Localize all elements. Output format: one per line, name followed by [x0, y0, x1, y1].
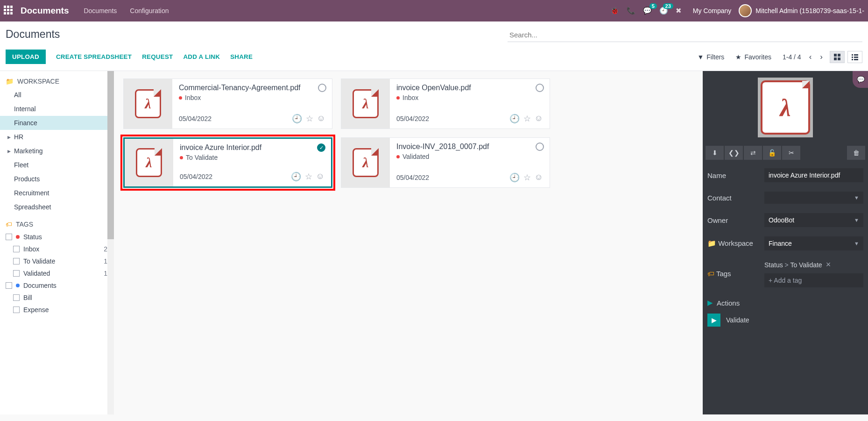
header-row: Documents: [0, 21, 868, 42]
smile-icon[interactable]: ☺: [317, 114, 325, 124]
card-select-toggle[interactable]: [536, 143, 544, 151]
user-name: Mitchell Admin (15180739-saas-15-1-: [755, 7, 864, 14]
company-selector[interactable]: My Company: [693, 7, 731, 14]
clock-icon[interactable]: 🕘: [509, 172, 520, 183]
owner-select[interactable]: OdooBot▼: [764, 213, 863, 227]
detail-toolbar: ⬇ ❮❯ ⇄ 🔓 ✂ 🗑: [703, 142, 868, 164]
tag-item[interactable]: Validated1: [0, 267, 114, 279]
sidebar-workspace-item[interactable]: Spreadsheet: [0, 200, 114, 214]
download-icon[interactable]: ⬇: [706, 146, 724, 160]
smile-icon[interactable]: ☺: [535, 114, 543, 124]
tag-group[interactable]: Documents: [0, 279, 114, 292]
cut-icon[interactable]: ✂: [782, 146, 800, 160]
tag-icon: 🏷: [6, 221, 12, 228]
view-kanban[interactable]: [830, 51, 845, 63]
owner-label: Owner: [707, 216, 760, 224]
clock-icon[interactable]: 🕘: [291, 171, 301, 182]
document-card[interactable]: λ Commercial-Tenancy-Agreement.pdf Inbox…: [123, 78, 332, 129]
sidebar-workspace-item[interactable]: ▸HR: [0, 130, 114, 144]
filters-button[interactable]: ▼Filters: [697, 53, 724, 61]
tag-item[interactable]: To Validate1: [0, 255, 114, 267]
tag-item[interactable]: Bill: [0, 292, 114, 304]
bug-icon[interactable]: 🐞: [610, 7, 619, 15]
card-date: 05/04/2022: [396, 174, 429, 181]
tag-item[interactable]: Expense: [0, 304, 114, 316]
validate-button[interactable]: ▶: [707, 314, 720, 327]
card-select-toggle[interactable]: ✓: [317, 143, 325, 152]
sidebar-workspace-item[interactable]: ▸Marketing: [0, 144, 114, 158]
tag-chip: Status > To Validate: [764, 261, 822, 269]
document-card[interactable]: λ invoice Azure Interior.pdf To Validate…: [123, 137, 332, 188]
page-title: Documents: [6, 28, 60, 41]
smile-icon[interactable]: ☺: [535, 172, 543, 183]
chat-icon[interactable]: 💬: [853, 71, 868, 88]
caret-right-icon: ▶: [707, 299, 713, 307]
view-list[interactable]: [847, 51, 862, 63]
scrollbar[interactable]: [107, 71, 114, 414]
sidebar-workspace-item[interactable]: Finance: [0, 116, 114, 130]
apps-icon[interactable]: [4, 6, 14, 16]
contact-label: Contact: [707, 194, 760, 202]
svg-rect-8: [852, 59, 853, 60]
card-status: Inbox: [396, 94, 543, 101]
card-select-toggle[interactable]: [536, 84, 544, 92]
share-button[interactable]: SHARE: [230, 53, 253, 60]
tag-group[interactable]: Status: [0, 231, 114, 243]
actions-heading: ▶ Actions: [703, 292, 868, 310]
replace-icon[interactable]: ⇄: [744, 146, 762, 160]
sidebar-workspace-item[interactable]: Fleet: [0, 158, 114, 172]
card-title: invoice Azure Interior.pdf: [180, 143, 325, 152]
document-card[interactable]: λ Invoice-INV_2018_0007.pdf Validated 05…: [341, 137, 550, 188]
card-date: 05/04/2022: [179, 115, 212, 122]
sidebar-workspace-item[interactable]: All: [0, 88, 114, 102]
funnel-icon: ▼: [697, 53, 704, 61]
star-icon[interactable]: ☆: [523, 114, 531, 124]
upload-button[interactable]: UPLOAD: [6, 50, 46, 64]
contact-select[interactable]: ▼: [764, 192, 863, 204]
star-icon[interactable]: ☆: [523, 172, 531, 183]
document-card[interactable]: λ invoice OpenValue.pdf Inbox 05/04/2022…: [341, 78, 550, 129]
svg-rect-3: [838, 57, 840, 60]
clock-icon[interactable]: 🕘: [292, 114, 302, 124]
sidebar-workspace-item[interactable]: Internal: [0, 102, 114, 116]
name-input[interactable]: invoice Azure Interior.pdf: [764, 168, 863, 182]
svg-rect-1: [838, 54, 840, 57]
share-icon[interactable]: ❮❯: [725, 146, 743, 160]
phone-icon[interactable]: 📞: [627, 7, 635, 15]
detail-panel: 💬 λ ⬇ ❮❯ ⇄ 🔓 ✂ 🗑 Name invoice Azure Inte…: [703, 71, 868, 414]
tools-icon[interactable]: ✖: [676, 7, 682, 15]
add-link-button[interactable]: ADD A LINK: [183, 53, 220, 60]
card-status: To Validate: [180, 154, 325, 161]
lock-icon[interactable]: 🔓: [763, 146, 781, 160]
card-thumbnail: λ: [341, 138, 390, 187]
card-thumbnail: λ: [124, 79, 172, 128]
star-icon[interactable]: ☆: [305, 171, 312, 182]
sidebar-workspace-item[interactable]: Recruitment: [0, 186, 114, 200]
request-button[interactable]: REQUEST: [142, 53, 173, 60]
svg-rect-4: [852, 54, 853, 56]
activities-icon[interactable]: 🕘23: [659, 7, 668, 15]
card-thumbnail: λ: [125, 139, 173, 186]
remove-tag-icon[interactable]: ×: [826, 260, 831, 270]
search-input[interactable]: [508, 28, 862, 42]
nav-configuration[interactable]: Configuration: [130, 7, 169, 14]
user-menu[interactable]: Mitchell Admin (15180739-saas-15-1-: [739, 4, 864, 17]
nav-documents[interactable]: Documents: [84, 7, 117, 14]
workspace-select[interactable]: Finance▼: [764, 236, 863, 250]
pager-prev[interactable]: ‹: [805, 50, 816, 64]
svg-rect-9: [854, 59, 858, 60]
archive-icon[interactable]: 🗑: [847, 146, 865, 160]
messages-icon[interactable]: 💬5: [643, 7, 652, 15]
validate-label: Validate: [726, 316, 749, 324]
star-icon[interactable]: ☆: [306, 114, 313, 124]
card-select-toggle[interactable]: [318, 84, 326, 92]
workspace-label: 📁 Workspace: [707, 239, 760, 248]
clock-icon[interactable]: 🕘: [509, 114, 520, 124]
create-spreadsheet-button[interactable]: CREATE SPREADSHEET: [56, 53, 132, 60]
sidebar-workspace-item[interactable]: Products: [0, 172, 114, 186]
smile-icon[interactable]: ☺: [316, 171, 325, 182]
tag-item[interactable]: Inbox2: [0, 243, 114, 255]
favorites-button[interactable]: ★Favorites: [735, 53, 771, 61]
pager-next[interactable]: ›: [816, 50, 827, 64]
add-tag-input[interactable]: + Add a tag: [764, 273, 863, 287]
